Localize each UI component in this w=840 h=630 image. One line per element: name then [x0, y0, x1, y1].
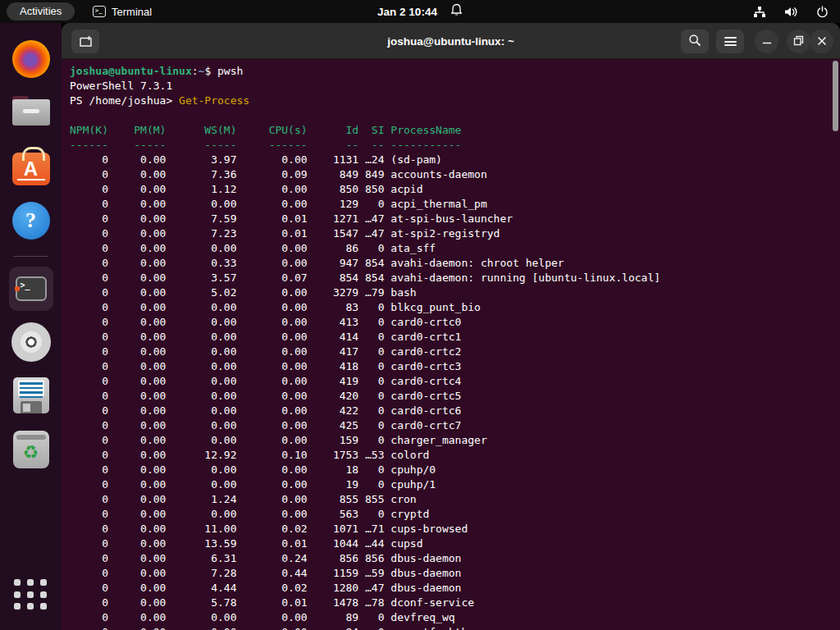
dock-terminal[interactable]: >_	[0, 267, 62, 311]
search-button[interactable]	[681, 30, 709, 53]
software-icon: A	[12, 153, 50, 185]
close-button[interactable]	[810, 30, 833, 53]
dock-files[interactable]	[0, 93, 62, 126]
system-status-area[interactable]	[753, 0, 829, 23]
terminal-active-tile: >_	[9, 267, 53, 311]
terminal-window: joshua@ubuntu-linux: ~ joshua@ubuntu-lin…	[62, 23, 840, 630]
terminal-icon: >_	[16, 276, 47, 301]
terminal-output: joshua@ubuntu-linux:~$ pwsh PowerShell 7…	[70, 64, 840, 630]
help-icon: ?	[12, 202, 50, 240]
running-indicator-dot	[15, 286, 20, 291]
notification-bell-icon	[450, 3, 463, 20]
network-icon	[753, 6, 766, 18]
minimize-button[interactable]	[755, 30, 778, 53]
scrollbar-thumb[interactable]	[833, 61, 838, 131]
focused-app-name: Terminal	[112, 6, 152, 18]
maximize-button[interactable]	[787, 30, 810, 53]
trash-icon: ♻	[13, 431, 49, 468]
firefox-icon	[12, 40, 50, 78]
dock-ubuntu-software[interactable]: A	[0, 148, 62, 185]
search-icon	[688, 34, 701, 50]
dock-disc[interactable]	[0, 322, 62, 362]
activities-button[interactable]: Activities	[7, 2, 75, 21]
window-headerbar[interactable]: joshua@ubuntu-linux: ~	[62, 23, 840, 59]
desktop: Activities >_ Terminal Jan 2 10:44	[0, 0, 840, 630]
files-icon	[12, 96, 50, 126]
dock-separator	[13, 256, 48, 257]
restore-icon	[793, 34, 804, 49]
minimize-icon	[762, 34, 772, 49]
menu-button[interactable]	[716, 30, 744, 53]
focused-app-menu[interactable]: >_ Terminal	[93, 3, 152, 20]
dock-trash[interactable]: ♻	[0, 431, 62, 468]
process-table: NPM(K) PM(M) WS(M) CPU(s) Id SI ProcessN…	[70, 124, 660, 630]
floppy-icon	[13, 377, 49, 413]
prompt-user-host: joshua@ubuntu-linux	[70, 65, 192, 77]
clock[interactable]: Jan 2 10:44	[377, 6, 437, 18]
command-pwsh: pwsh	[217, 65, 243, 77]
new-tab-button[interactable]	[71, 30, 99, 53]
close-icon	[817, 34, 827, 49]
dock: A ? >_ ♻	[0, 23, 62, 630]
show-apps-button[interactable]	[14, 579, 48, 609]
ps-prompt: PS /home/joshua>	[70, 94, 179, 107]
terminal-content[interactable]: joshua@ubuntu-linux:~$ pwsh PowerShell 7…	[62, 59, 840, 630]
dock-firefox[interactable]	[0, 40, 62, 78]
disc-icon	[11, 322, 51, 362]
power-icon	[816, 6, 829, 18]
top-bar: Activities >_ Terminal Jan 2 10:44	[0, 0, 840, 23]
command-get-process: Get-Process	[179, 94, 249, 107]
dock-floppy[interactable]	[0, 377, 62, 413]
terminal-app-icon: >_	[93, 6, 106, 17]
dock-help[interactable]: ?	[0, 202, 62, 240]
volume-icon	[784, 6, 798, 18]
powershell-version: PowerShell 7.3.1	[70, 80, 172, 92]
hamburger-icon	[724, 35, 737, 48]
